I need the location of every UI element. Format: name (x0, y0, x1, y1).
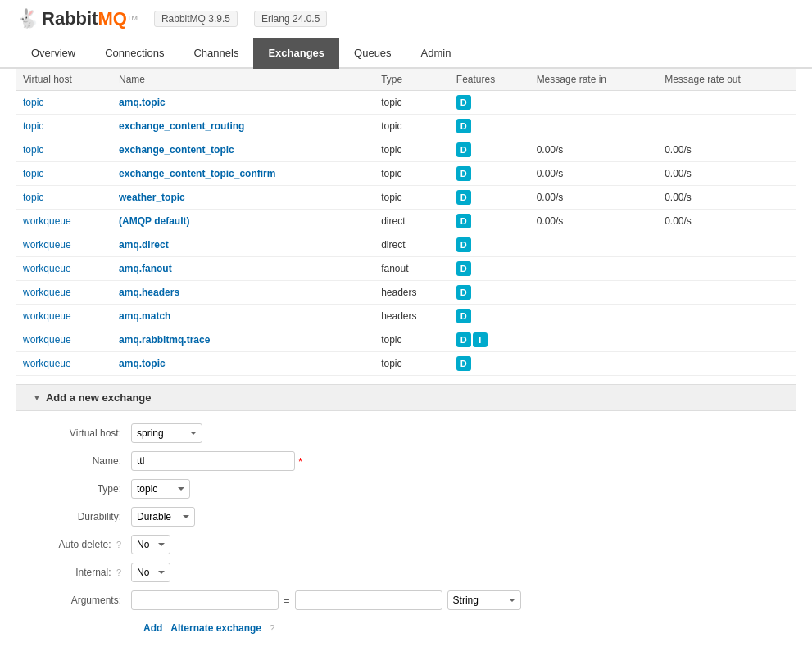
table-row: workqueueamq.rabbitmq.tracetopicDI (16, 328, 796, 352)
type-cell: fanout (374, 257, 450, 281)
rate-in-cell: 0.00/s (530, 138, 659, 162)
feature-badge-d: D (456, 214, 471, 228)
type-cell: topic (374, 352, 450, 376)
features-cell: D (450, 186, 530, 210)
add-alternate-row: Add Alternate exchange ? (33, 622, 779, 634)
exchange-name-cell[interactable]: weather_topic (112, 186, 374, 210)
rate-in-cell (530, 305, 659, 328)
nav-admin[interactable]: Admin (406, 38, 466, 69)
alternate-exchange-link[interactable]: Alternate exchange (170, 622, 261, 634)
add-exchange-label: Add a new exchange (46, 391, 152, 404)
table-row: workqueueamq.fanoutfanoutD (16, 257, 796, 281)
add-exchange-form: Virtual host: spring/workqueuetopic Name… (16, 411, 796, 646)
table-row: workqueueamq.headersheadersD (16, 281, 796, 305)
form-row-vhost: Virtual host: spring/workqueuetopic (33, 423, 779, 443)
internal-label: Internal: ? (33, 567, 131, 578)
features-cell: D (450, 91, 530, 115)
rate-out-cell: 0.00/s (658, 210, 796, 233)
name-label: Name: (33, 455, 131, 467)
rate-in-cell (530, 281, 659, 305)
feature-badge-d: D (456, 261, 471, 276)
rate-out-cell: 0.00/s (658, 138, 796, 162)
rate-in-cell: 0.00/s (530, 210, 659, 233)
col-rate-out: Message rate out (658, 69, 796, 91)
arguments-type-select[interactable]: StringNumberBoolean (447, 590, 521, 610)
features-cell: D (450, 210, 530, 233)
type-cell: topic (374, 328, 450, 352)
rate-out-cell: 0.00/s (658, 162, 796, 186)
autodelete-select[interactable]: NoYes (131, 535, 170, 554)
vhost-cell: workqueue (16, 257, 112, 281)
internal-help[interactable]: ? (116, 567, 121, 577)
rabbitmq-version: RabbitMQ 3.9.5 (154, 11, 238, 27)
exchange-name-cell[interactable]: amq.match (112, 305, 374, 328)
table-row: topicexchange_content_routingtopicD (16, 115, 796, 138)
nav-channels[interactable]: Channels (179, 38, 253, 69)
features-cell: D (450, 281, 530, 305)
rate-out-cell (658, 91, 796, 115)
feature-badge-d: D (456, 237, 471, 252)
durability-select[interactable]: DurableTransient (131, 507, 195, 527)
features-cell: D (450, 257, 530, 281)
exchange-name-cell[interactable]: exchange_content_routing (112, 115, 374, 138)
autodelete-label: Auto delete: ? (33, 539, 131, 550)
arguments-value-input[interactable] (295, 590, 442, 610)
table-row: topicexchange_content_topic_confirmtopic… (16, 162, 796, 186)
exchanges-table-wrapper: Virtual host Name Type Features Message … (16, 69, 796, 376)
form-row-type: Type: directfanoutheaderstopic (33, 479, 779, 499)
rate-in-cell (530, 257, 659, 281)
nav-queues[interactable]: Queues (339, 38, 406, 69)
feature-badge-d: D (456, 190, 471, 205)
exchange-name-cell[interactable]: amq.fanout (112, 257, 374, 281)
exchange-name-cell[interactable]: exchange_content_topic_confirm (112, 162, 374, 186)
type-label: Type: (33, 483, 131, 495)
vhost-cell: workqueue (16, 305, 112, 328)
add-exchange-toggle[interactable]: ▼ Add a new exchange (16, 384, 796, 411)
rate-out-cell: 0.00/s (658, 186, 796, 210)
rate-in-cell: 0.00/s (530, 162, 659, 186)
logo-mq: MQ (98, 8, 126, 29)
rate-out-cell (658, 352, 796, 376)
feature-badge-d: D (456, 309, 471, 323)
vhost-label: Virtual host: (33, 427, 131, 439)
rate-out-cell (658, 115, 796, 138)
vhost-select[interactable]: spring/workqueuetopic (131, 423, 202, 443)
durability-label: Durability: (33, 511, 131, 522)
type-select[interactable]: directfanoutheaderstopic (131, 479, 190, 499)
exchange-name-cell[interactable]: exchange_content_topic (112, 138, 374, 162)
features-cell: D (450, 305, 530, 328)
type-cell: headers (374, 281, 450, 305)
add-link[interactable]: Add (143, 622, 162, 634)
nav: Overview Connections Channels Exchanges … (0, 38, 812, 69)
logo-tm: TM (127, 14, 138, 22)
form-row-autodelete: Auto delete: ? NoYes (33, 535, 779, 554)
internal-select[interactable]: NoYes (131, 563, 170, 582)
exchange-name-cell[interactable]: amq.topic (112, 91, 374, 115)
table-row: workqueueamq.topictopicD (16, 352, 796, 376)
autodelete-help[interactable]: ? (116, 540, 121, 549)
exchange-name-cell[interactable]: amq.rabbitmq.trace (112, 328, 374, 352)
col-name: Name (112, 69, 374, 91)
exchanges-table: Virtual host Name Type Features Message … (16, 69, 796, 376)
nav-exchanges[interactable]: Exchanges (253, 38, 339, 69)
rate-in-cell (530, 91, 659, 115)
arguments-key-input[interactable] (131, 590, 279, 610)
alternate-help-icon[interactable]: ? (270, 623, 274, 633)
col-rate-in: Message rate in (530, 69, 659, 91)
feature-badge-d: D (456, 166, 471, 181)
name-input[interactable] (131, 451, 295, 471)
rate-out-cell (658, 305, 796, 328)
features-cell: D (450, 233, 530, 257)
vhost-cell: workqueue (16, 328, 112, 352)
vhost-cell: workqueue (16, 233, 112, 257)
exchange-name-cell[interactable]: (AMQP default) (112, 210, 374, 233)
vhost-cell: workqueue (16, 352, 112, 376)
exchange-name-cell[interactable]: amq.topic (112, 352, 374, 376)
exchange-name-cell[interactable]: amq.direct (112, 233, 374, 257)
nav-connections[interactable]: Connections (90, 38, 179, 69)
exchange-name-cell[interactable]: amq.headers (112, 281, 374, 305)
eq-sign: = (284, 594, 290, 607)
feature-badge-i: I (473, 332, 488, 347)
nav-overview[interactable]: Overview (16, 38, 90, 69)
vhost-cell: topic (16, 162, 112, 186)
